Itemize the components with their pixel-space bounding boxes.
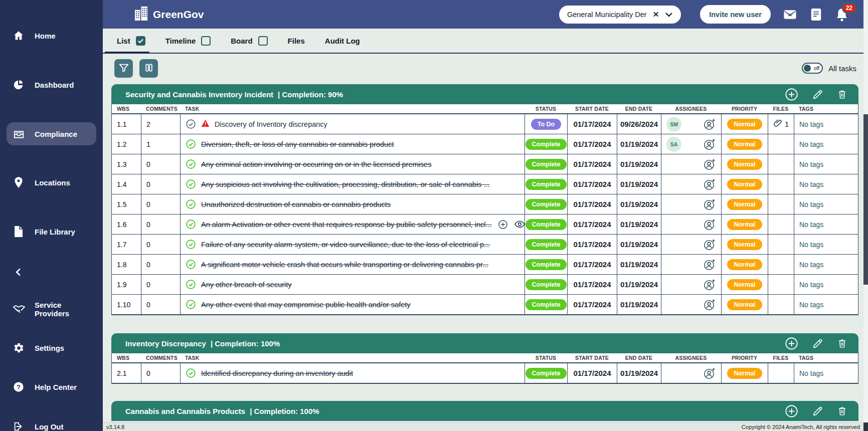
task-title[interactable]: Identified discrepancy during an invento…: [201, 369, 353, 377]
all-tasks-toggle[interactable]: off: [802, 63, 823, 74]
add-subtask-icon[interactable]: [498, 220, 508, 230]
status-badge[interactable]: To Do: [531, 119, 561, 130]
end-date-cell[interactable]: 01/19/2024: [617, 214, 661, 234]
task-title[interactable]: Any other event that may compromise publ…: [201, 301, 411, 309]
task-check-icon[interactable]: [186, 279, 196, 290]
add-assignee-icon[interactable]: [703, 118, 716, 131]
tab-board[interactable]: Board: [231, 29, 267, 53]
sidebar-item-service-providers[interactable]: Service Providers: [7, 298, 96, 321]
start-date-cell[interactable]: 01/17/2024: [567, 114, 617, 134]
tags-cell[interactable]: No tags: [794, 214, 859, 234]
task-check-icon[interactable]: [186, 119, 196, 129]
add-assignee-icon[interactable]: [703, 367, 716, 380]
priority-badge[interactable]: Normal: [727, 299, 762, 310]
status-badge[interactable]: Complete: [526, 179, 567, 190]
tab-list[interactable]: List: [117, 29, 145, 53]
task-title[interactable]: A significant motor vehicle crash that o…: [201, 261, 488, 269]
end-date-cell[interactable]: 09/26/2024: [617, 114, 661, 134]
delete-section-icon[interactable]: [837, 338, 847, 349]
start-date-cell[interactable]: 01/17/2024: [567, 134, 617, 154]
tags-cell[interactable]: No tags: [794, 235, 859, 254]
tab-audit-log[interactable]: Audit Log: [325, 29, 360, 53]
filter-button[interactable]: [114, 59, 133, 78]
sidebar-item-dashboard[interactable]: Dashboard: [7, 73, 96, 96]
add-assignee-icon[interactable]: [703, 238, 716, 251]
add-task-icon[interactable]: [785, 88, 798, 101]
edit-section-icon[interactable]: [812, 405, 823, 417]
start-date-cell[interactable]: 01/17/2024: [567, 275, 617, 294]
invite-new-user-button[interactable]: Invite new user: [700, 5, 771, 24]
delete-section-icon[interactable]: [837, 89, 847, 100]
start-date-cell[interactable]: 01/17/2024: [567, 194, 617, 214]
start-date-cell[interactable]: 01/17/2024: [567, 214, 617, 234]
start-date-cell[interactable]: 01/17/2024: [567, 235, 617, 254]
sidebar-item-compliance[interactable]: Compliance: [7, 122, 96, 145]
start-date-cell[interactable]: 01/17/2024: [567, 174, 617, 194]
scrollbar-thumb[interactable]: [863, 114, 868, 285]
task-title[interactable]: Diversion, theft, or loss of any cannabi…: [201, 140, 394, 148]
sidebar-item-help-center[interactable]: ?Help Center: [7, 375, 96, 398]
add-assignee-icon[interactable]: [703, 138, 716, 151]
start-date-cell[interactable]: 01/17/2024: [567, 255, 617, 274]
sidebar-item-log-out[interactable]: Log Out: [7, 415, 96, 431]
add-assignee-icon[interactable]: [703, 258, 716, 271]
columns-button[interactable]: [139, 59, 158, 78]
edit-section-icon[interactable]: [812, 338, 823, 349]
status-badge[interactable]: Complete: [526, 159, 567, 170]
end-date-cell[interactable]: 01/19/2024: [617, 275, 661, 294]
tags-cell[interactable]: No tags: [794, 275, 859, 294]
status-badge[interactable]: Complete: [526, 259, 567, 270]
task-check-icon[interactable]: [186, 199, 196, 209]
tags-cell[interactable]: No tags: [794, 363, 859, 383]
add-assignee-icon[interactable]: [703, 178, 716, 191]
sidebar-item-settings[interactable]: Settings: [7, 336, 96, 359]
task-title[interactable]: Failure of any security alarm system, or…: [201, 241, 490, 249]
end-date-cell[interactable]: 01/19/2024: [617, 154, 661, 174]
priority-badge[interactable]: Normal: [727, 179, 762, 190]
task-check-icon[interactable]: [186, 219, 196, 230]
task-check-icon[interactable]: [186, 368, 196, 378]
add-assignee-icon[interactable]: [703, 278, 716, 291]
status-badge[interactable]: Complete: [526, 139, 567, 150]
add-assignee-icon[interactable]: [703, 158, 716, 171]
priority-badge[interactable]: Normal: [727, 259, 762, 270]
priority-badge[interactable]: Normal: [727, 139, 762, 150]
add-assignee-icon[interactable]: [703, 298, 716, 311]
tags-cell[interactable]: No tags: [794, 255, 859, 274]
add-assignee-icon[interactable]: [703, 218, 716, 231]
tags-cell[interactable]: No tags: [794, 174, 859, 194]
status-badge[interactable]: Complete: [526, 199, 567, 210]
priority-badge[interactable]: Normal: [727, 239, 762, 250]
start-date-cell[interactable]: 01/17/2024: [567, 295, 617, 314]
notes-icon[interactable]: [809, 8, 823, 22]
tags-cell[interactable]: No tags: [794, 134, 859, 154]
sidebar-item-file-library[interactable]: File Library: [7, 220, 96, 243]
end-date-cell[interactable]: 01/19/2024: [617, 194, 661, 214]
task-check-icon[interactable]: [186, 139, 196, 149]
status-badge[interactable]: Complete: [526, 368, 567, 379]
start-date-cell[interactable]: 01/17/2024: [567, 363, 617, 383]
mail-icon[interactable]: [783, 8, 797, 22]
end-date-cell[interactable]: 01/19/2024: [617, 134, 661, 154]
end-date-cell[interactable]: 01/19/2024: [617, 174, 661, 194]
add-assignee-icon[interactable]: [703, 198, 716, 211]
task-title[interactable]: An alarm Activation or other event that …: [201, 221, 492, 229]
start-date-cell[interactable]: 01/17/2024: [567, 154, 617, 174]
checkbox-board[interactable]: [258, 36, 268, 46]
task-check-icon[interactable]: [186, 179, 196, 189]
task-title[interactable]: Any suspicious act involving the cultiva…: [201, 180, 489, 188]
tags-cell[interactable]: No tags: [794, 295, 859, 314]
task-check-icon[interactable]: [186, 159, 196, 169]
task-check-icon[interactable]: [186, 259, 196, 270]
organization-selector[interactable]: General Municipality Der ✕: [559, 6, 681, 24]
sidebar-item-home[interactable]: Home: [7, 24, 96, 47]
sidebar-item-locations[interactable]: Locations: [7, 171, 96, 194]
checkbox-timeline[interactable]: [201, 36, 211, 46]
tags-cell[interactable]: No tags: [794, 114, 859, 134]
delete-section-icon[interactable]: [837, 405, 847, 416]
sidebar-collapse-button[interactable]: [7, 261, 96, 284]
end-date-cell[interactable]: 01/19/2024: [617, 255, 661, 274]
priority-badge[interactable]: Normal: [727, 159, 762, 170]
status-badge[interactable]: Complete: [526, 279, 567, 290]
tags-cell[interactable]: No tags: [794, 194, 859, 214]
